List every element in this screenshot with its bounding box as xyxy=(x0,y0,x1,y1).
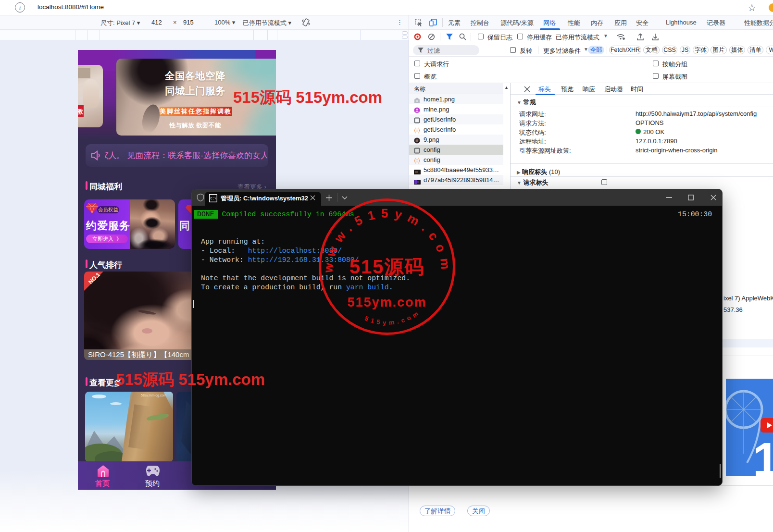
svg-text:515ym.com: 515ym.com xyxy=(363,309,422,326)
svg-text:1: 1 xyxy=(753,433,773,476)
svg-text:C:\: C:\ xyxy=(211,197,217,200)
svg-text:515ym.com: 515ym.com xyxy=(347,295,426,309)
svg-text:515源码: 515源码 xyxy=(349,256,425,277)
